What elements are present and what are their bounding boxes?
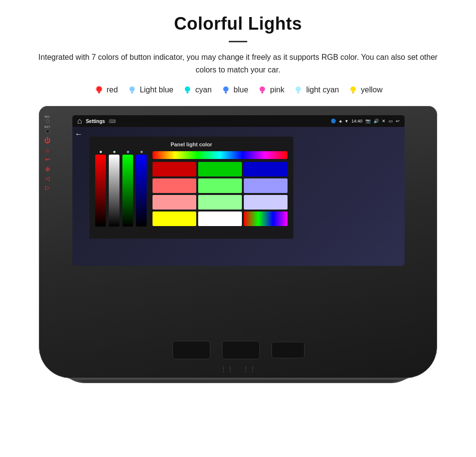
slider-green[interactable] [122,155,133,227]
svg-point-15 [296,87,301,92]
svg-rect-7 [187,92,189,93]
rainbow-bar[interactable] [153,151,288,159]
device-stack: MIC RST ⏻ ⌂ ↩ ⊕ ◁ MIC RST ⏻ [39,106,437,388]
svg-point-0 [96,87,102,92]
bulb-icon-pink [257,85,268,95]
swatch-mint[interactable] [198,195,242,210]
slider-white[interactable] [109,155,119,227]
bulb-icon-light-cyan [293,85,304,95]
page-title: Colorful Lights [174,14,302,34]
description-text: Integrated with 7 colors of button indic… [29,51,447,76]
close-icon: ✕ [382,119,386,123]
svg-point-12 [260,87,265,92]
slider-blue[interactable] [136,155,147,227]
color-item-blue: blue [221,85,248,95]
swatch-blue-light[interactable] [244,178,288,193]
svg-rect-8 [187,93,188,93]
color-sliders [95,151,147,227]
svg-rect-20 [352,93,354,93]
swatch-blue-dark[interactable] [244,162,288,176]
swatch-yellow[interactable] [153,211,196,226]
svg-point-6 [185,87,190,92]
swatch-red-light[interactable] [153,178,196,193]
svg-rect-1 [98,92,100,93]
svg-rect-4 [131,92,133,93]
svg-point-3 [129,87,135,92]
svg-point-9 [223,87,228,92]
svg-rect-5 [131,93,133,93]
svg-rect-11 [225,93,227,93]
color-picker-panel: Panel light color [89,137,293,239]
camera-icon: 📷 [365,119,371,123]
color-label-yellow: yellow [361,86,382,94]
color-item-light-blue: Light blue [127,85,173,95]
vent-area: ⋮⋮ ⋮⋮ [220,365,256,373]
slider-red[interactable] [95,155,106,227]
bulb-icon-blue [221,85,231,95]
panel-title: Panel light color [95,141,288,147]
page-container: Colorful Lights Integrated with 7 colors… [0,0,476,457]
svg-rect-19 [352,92,355,93]
bulb-icon-red [94,85,104,95]
device-front: MIC RST ⏻ ⌂ ↩ ⊕ ◁ ▷ ⌂ [39,106,437,378]
svg-point-18 [351,87,356,92]
device-area: MIC RST ⏻ ⌂ ↩ ⊕ ◁ MIC RST ⏻ [19,106,457,457]
back-button[interactable]: ← [75,130,83,139]
color-label-red: red [107,86,118,94]
swatch-white[interactable] [198,211,242,226]
volume-icon: 🔊 [374,119,379,123]
connector-row [39,341,438,359]
svg-rect-17 [298,93,300,93]
color-label-pink: pink [270,86,284,94]
color-label-blue: blue [234,86,248,94]
svg-rect-14 [261,93,263,93]
color-item-yellow: yellow [348,85,382,95]
color-label-light-blue: Light blue [140,86,173,94]
title-divider [229,41,247,42]
color-label-light-cyan: light cyan [306,86,339,94]
connector-slot-3 [272,342,305,358]
bulb-icon-cyan [182,85,193,95]
color-item-cyan: cyan [182,85,212,95]
swatch-lavender[interactable] [244,195,288,210]
bluetooth-icon: 🔵 [331,119,336,123]
swatch-green-dark[interactable] [198,162,242,176]
swatch-pink[interactable] [153,195,196,210]
bulb-icon-yellow [348,85,358,95]
connector-slot-1 [172,341,210,359]
svg-rect-10 [225,92,227,93]
svg-rect-2 [98,93,100,93]
location-icon: ◈ [339,119,342,123]
signal-icon: ▼ [345,119,349,123]
svg-rect-16 [297,92,300,93]
status-bar-left: ⌂ Settings ⌨ [77,117,116,125]
swatch-red-dark[interactable] [153,162,196,176]
status-bar: ⌂ Settings ⌨ 🔵 ◈ ▼ 14:40 📷 🔊 ✕ [72,115,405,127]
color-lights-row: red Light blue cyan [94,85,383,95]
window-icon: ▭ [389,119,393,123]
back-icon: ↩ [396,119,400,123]
swatch-rainbow[interactable] [244,211,288,226]
svg-rect-13 [261,92,264,93]
color-swatches [153,162,288,226]
swatch-green-light[interactable] [198,178,242,193]
color-grid-area [153,151,288,226]
color-label-cyan: cyan [195,86,212,94]
status-bar-right: 🔵 ◈ ▼ 14:40 📷 🔊 ✕ ▭ ↩ [331,119,400,123]
screen-bezel: ⌂ Settings ⌨ 🔵 ◈ ▼ 14:40 📷 🔊 ✕ [72,115,405,266]
connector-slot-2 [222,341,260,359]
status-bar-title: Settings [86,119,105,124]
color-item-light-cyan: light cyan [293,85,339,95]
bulb-icon-light-blue [127,85,137,95]
time-display: 14:40 [351,119,362,123]
color-item-red: red [94,85,118,95]
color-item-pink: pink [257,85,284,95]
